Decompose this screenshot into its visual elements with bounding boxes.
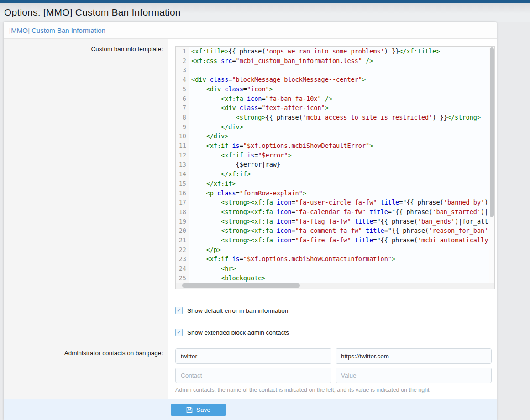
template-form-row: Custom ban info template: 12345678910111… [4, 39, 497, 300]
contact-value-input-1[interactable] [336, 348, 492, 364]
default-error-form-row: ✓ Show default error in ban information [4, 300, 497, 322]
contacts-list-form-row: Administrator contacts on ban page: Admi… [4, 344, 497, 399]
contacts-explain-text: Admin contacts, the name of the contact … [175, 387, 492, 393]
template-label: Custom ban info template: [4, 39, 168, 300]
checkbox-checked-icon[interactable]: ✓ [175, 307, 183, 314]
code-editor[interactable]: 1234567891011121314151617181920212223242… [175, 46, 495, 289]
checkbox-label: Show default error in ban information [187, 307, 288, 314]
options-panel: [MMO] Custom Ban Information Custom ban … [4, 22, 497, 420]
save-button[interactable]: Save [171, 404, 226, 416]
editor-vertical-scrollbar[interactable] [489, 47, 494, 283]
footer-bar: Save [4, 399, 497, 420]
checkbox-show-extended-contacts[interactable]: ✓ Show extended block admin contacts [175, 329, 491, 336]
contact-pair-row [175, 348, 492, 364]
horizontal-scrollbar-thumb[interactable] [182, 284, 300, 288]
contacts-label: Administrator contacts on ban page: [4, 344, 168, 399]
panel-section-title: [MMO] Custom Ban Information [4, 22, 497, 39]
vertical-scrollbar-thumb[interactable] [490, 47, 494, 217]
page-title: Options: [MMO] Custom Ban Information [4, 7, 530, 18]
save-button-label: Save [196, 406, 210, 413]
contact-pair-row [175, 368, 492, 383]
page-header: Options: [MMO] Custom Ban Information [0, 3, 530, 22]
checkbox-label: Show extended block admin contacts [187, 329, 289, 336]
admin-contacts-form-row: ✓ Show extended block admin contacts [4, 322, 497, 344]
contact-value-input-2[interactable] [336, 368, 492, 383]
save-icon [186, 407, 193, 413]
code-editor-gutter: 1234567891011121314151617181920212223242… [176, 47, 189, 283]
contact-name-input-2[interactable] [175, 368, 331, 383]
contact-name-input-1[interactable] [175, 348, 331, 364]
code-editor-lines: <xf:title>{{ phrase('oops_we_ran_into_so… [189, 47, 494, 283]
checkbox-show-default-error[interactable]: ✓ Show default error in ban information [175, 307, 491, 314]
checkbox-checked-icon[interactable]: ✓ [175, 329, 183, 336]
editor-horizontal-scrollbar[interactable] [176, 283, 494, 289]
top-accent-bar [0, 0, 530, 3]
